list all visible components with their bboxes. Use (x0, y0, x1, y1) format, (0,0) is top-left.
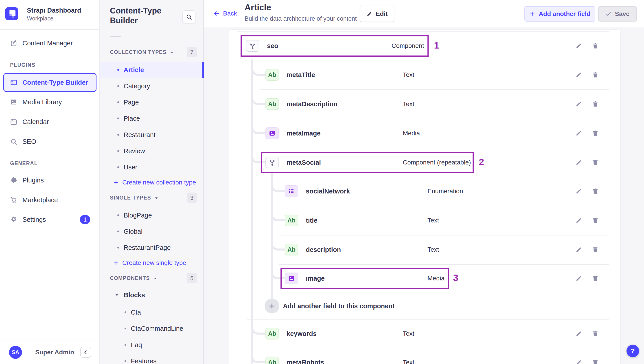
calendar-icon (10, 118, 17, 125)
sidebar-item-media-library[interactable]: Media Library (0, 93, 100, 111)
sidebar-item-settings[interactable]: Settings1 (0, 210, 100, 229)
delete-field-button[interactable] (592, 275, 599, 282)
group-label: SINGLE TYPES (110, 195, 151, 201)
edit-button[interactable]: Edit (360, 6, 394, 22)
subnav-group-header[interactable]: COMPONENTS (110, 275, 158, 281)
subnav-item-label: Global (124, 228, 142, 235)
delete-field-button[interactable] (592, 246, 599, 253)
subnav-group-header[interactable]: SINGLE TYPES (110, 195, 159, 201)
sidebar-item-calendar[interactable]: Calendar (0, 112, 100, 131)
caret-down-icon (170, 50, 174, 55)
subnav-item-label: CtaCommandLine (131, 325, 183, 332)
subnav-item-label: Category (124, 82, 150, 90)
bullet-icon (117, 231, 119, 232)
add-field-button-label: Add another field (539, 10, 590, 18)
subnav-item-features[interactable]: Features (100, 353, 204, 364)
bullet-icon (124, 360, 126, 362)
subnav-item-restaurant[interactable]: Restaurant (100, 127, 204, 143)
gear-icon (10, 216, 17, 223)
subnav-item-ctacommandline[interactable]: CtaCommandLine (100, 320, 204, 337)
delete-field-button[interactable] (592, 100, 599, 108)
edit-field-button[interactable] (575, 330, 582, 337)
delete-field-button[interactable] (592, 71, 599, 79)
delete-field-button[interactable] (592, 188, 599, 195)
component-category-label: Blocks (124, 291, 145, 299)
back-link[interactable]: Back (213, 10, 237, 17)
plus-icon (113, 180, 119, 185)
plus-icon (529, 11, 535, 17)
subnav-item-page[interactable]: Page (100, 94, 204, 110)
bullet-icon (117, 150, 119, 152)
component-category-blocks[interactable]: Blocks (100, 287, 204, 303)
search-button[interactable] (182, 10, 196, 23)
subnav-item-label: BlogPage (124, 212, 152, 219)
subnav-item-blogpage[interactable]: BlogPage (100, 207, 204, 223)
create-link-0[interactable]: Create new collection type (113, 179, 196, 186)
bullet-icon (117, 69, 119, 71)
save-button[interactable]: Save (598, 6, 637, 22)
subnav-item-category[interactable]: Category (100, 78, 204, 94)
subnav-item-label: Faq (131, 341, 142, 349)
subnav-item-review[interactable]: Review (100, 143, 204, 159)
bullet-icon (117, 166, 119, 168)
sidebar-item-content-manager[interactable]: Content Manager (0, 34, 100, 53)
delete-field-button[interactable] (592, 42, 599, 50)
caret-down-icon (153, 276, 158, 281)
sidebar-item-label: Calendar (22, 118, 49, 126)
edit-field-button[interactable] (575, 275, 582, 282)
edit-field-button[interactable] (575, 100, 582, 108)
edit-field-button[interactable] (575, 358, 582, 364)
caret-down-icon (114, 293, 120, 297)
sidebar-item-label: SEO (22, 138, 36, 145)
subnav-item-user[interactable]: User (100, 159, 204, 175)
sidebar-item-seo[interactable]: SEO (0, 132, 100, 151)
main-sidebar: Strapi Dashboard Workplace Content Manag… (0, 0, 100, 364)
edit-field-button[interactable] (575, 246, 582, 253)
user-name: Super Admin (35, 349, 74, 356)
collapse-sidebar-button[interactable] (80, 347, 91, 358)
avatar[interactable]: SA (9, 346, 22, 359)
add-field-to-component-button[interactable] (264, 299, 279, 313)
content-type-builder-sidebar: Content-Type Builder COLLECTION TYPES7 A… (100, 0, 204, 364)
edit-field-button[interactable] (575, 42, 582, 50)
edit-field-button[interactable] (575, 71, 582, 79)
delete-field-button[interactable] (592, 129, 599, 137)
delete-field-button[interactable] (592, 217, 599, 224)
subnav-item-faq[interactable]: Faq (100, 337, 204, 353)
create-link-label: Create new collection type (122, 179, 196, 186)
sidebar-item-content-type-builder[interactable]: Content-Type Builder (0, 73, 100, 92)
subnav-item-global[interactable]: Global (100, 223, 204, 240)
workspace-name: Workplace (27, 15, 54, 22)
subnav-title: Content-Type Builder (110, 6, 177, 26)
page-title: Article (244, 3, 271, 12)
edit-field-button[interactable] (575, 159, 582, 166)
delete-field-button[interactable] (592, 159, 599, 166)
arrow-left-icon (213, 10, 220, 17)
chevron-left-icon (83, 349, 89, 355)
search-icon (10, 138, 17, 145)
fields-card (229, 30, 620, 364)
bullet-icon (117, 117, 119, 119)
subnav-item-restaurantpage[interactable]: RestaurantPage (100, 240, 204, 256)
group-label: COLLECTION TYPES (110, 49, 166, 55)
subnav-item-place[interactable]: Place (100, 110, 204, 126)
nav-section-label: PLUGINS (10, 62, 36, 68)
create-link-1[interactable]: Create new single type (113, 259, 186, 266)
delete-field-button[interactable] (592, 330, 599, 337)
delete-field-button[interactable] (592, 358, 599, 364)
edit-field-button[interactable] (575, 188, 582, 195)
subnav-group-header[interactable]: COLLECTION TYPES (110, 49, 174, 55)
subnav-item-label: RestaurantPage (124, 244, 171, 251)
add-another-field-button[interactable]: Add another field (524, 6, 595, 22)
group-label: COMPONENTS (110, 275, 150, 281)
help-button[interactable]: ? (626, 345, 639, 357)
sidebar-item-label: Content Manager (22, 40, 73, 47)
sidebar-item-marketplace[interactable]: Marketplace (0, 191, 100, 209)
subnav-item-article[interactable]: Article (100, 62, 204, 78)
sidebar-item-plugins[interactable]: Plugins (0, 171, 100, 190)
create-link-label: Create new single type (122, 259, 186, 266)
subnav-item-cta[interactable]: Cta (100, 304, 204, 320)
edit-field-button[interactable] (575, 217, 582, 224)
bullet-icon (124, 311, 126, 313)
edit-field-button[interactable] (575, 129, 582, 137)
